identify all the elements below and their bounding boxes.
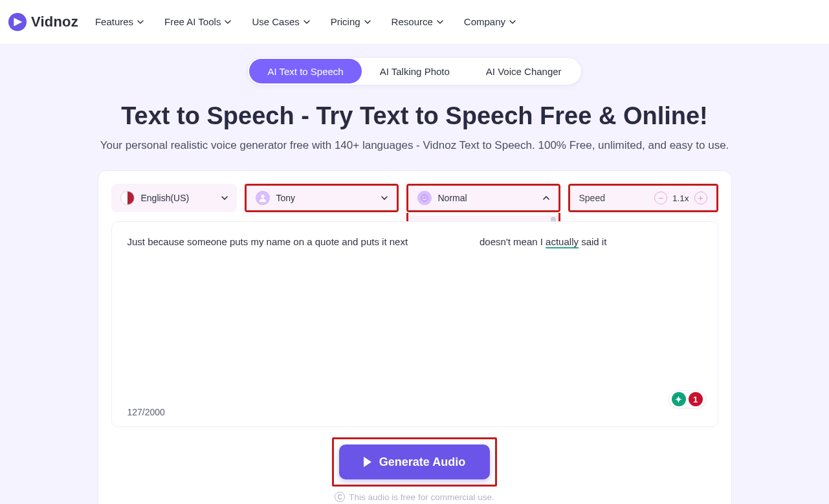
chevron-down-icon [509, 19, 516, 25]
commercial-note: C This audio is free for commercial use. [111, 492, 718, 502]
brand-mark-icon [8, 12, 27, 32]
brand-logo[interactable]: Vidnoz [8, 12, 78, 32]
text-part: said it [579, 236, 606, 247]
svg-point-1 [261, 195, 264, 198]
nav-company[interactable]: Company [464, 16, 516, 27]
chevron-down-icon [437, 19, 443, 25]
grammar-icon: ✦ [672, 392, 686, 406]
note-text: This audio is free for commercial use. [349, 492, 494, 502]
flag-us-icon [120, 191, 135, 205]
language-select[interactable]: English(US) [111, 184, 237, 212]
nav-free-ai-tools[interactable]: Free AI Tools [164, 16, 231, 27]
nav-features[interactable]: Features [95, 16, 144, 27]
voice-select-highlight: Tony [245, 184, 399, 212]
nav-label: Company [464, 16, 505, 27]
generate-wrap: Generate Audio [111, 437, 718, 487]
text-content: Just because someone puts my name on a q… [127, 235, 702, 250]
smiley-icon [417, 191, 432, 205]
chevron-down-icon [364, 19, 371, 25]
voice-select[interactable]: Tony [247, 186, 397, 210]
tab-label: AI Voice Changer [486, 66, 562, 77]
voice-value: Tony [276, 193, 296, 203]
person-icon [256, 191, 270, 205]
nav-label: Resource [392, 16, 433, 27]
tool-tabs: AI Text to Speech AI Talking Photo AI Vo… [247, 57, 581, 85]
chevron-down-icon [304, 19, 310, 25]
svg-point-2 [420, 194, 428, 202]
grammar-badge[interactable]: ✦ 1 [669, 390, 706, 408]
speed-value: 1.1x [672, 193, 689, 203]
play-icon [364, 457, 371, 467]
tab-label: AI Talking Photo [380, 66, 450, 77]
text-underlined: actually [546, 236, 579, 247]
controls-row: English(US) Tony [111, 184, 718, 212]
emotion-select[interactable]: Normal [408, 186, 558, 210]
emotion-value: Normal [438, 193, 467, 203]
generate-highlight: Generate Audio [332, 437, 497, 487]
tab-text-to-speech[interactable]: AI Text to Speech [249, 59, 361, 83]
tts-card: English(US) Tony [98, 170, 732, 504]
speed-control: Speed − 1.1x + [570, 186, 716, 210]
nav-label: Free AI Tools [164, 16, 221, 27]
chevron-up-icon [543, 195, 549, 201]
nav-label: Use Cases [252, 16, 299, 27]
page-subtitle: Your personal realistic voice generator … [0, 139, 829, 152]
text-input-area[interactable]: Just because someone puts my name on a q… [111, 221, 718, 427]
copyright-icon: C [335, 492, 345, 502]
generate-audio-button[interactable]: Generate Audio [339, 444, 490, 479]
text-part: doesn't mean I [480, 236, 546, 247]
speed-label: Speed [579, 193, 605, 203]
nav-pricing[interactable]: Pricing [331, 16, 371, 27]
tab-label: AI Text to Speech [267, 66, 343, 77]
chevron-down-icon [137, 19, 144, 25]
main-nav: Features Free AI Tools Use Cases Pricing… [95, 16, 516, 27]
speed-control-highlight: Speed − 1.1x + [568, 184, 718, 212]
top-navbar: Vidnoz Features Free AI Tools Use Cases … [0, 0, 829, 44]
text-part: Just because someone puts my name on a q… [127, 236, 408, 247]
tab-talking-photo[interactable]: AI Talking Photo [362, 59, 468, 83]
svg-point-3 [422, 196, 423, 197]
nav-label: Features [95, 16, 133, 27]
char-counter: 127/2000 [127, 407, 165, 417]
nav-label: Pricing [331, 16, 360, 27]
chevron-down-icon [381, 195, 388, 201]
nav-use-cases[interactable]: Use Cases [252, 16, 309, 27]
speed-increase-button[interactable]: + [694, 192, 707, 204]
generate-label: Generate Audio [379, 455, 465, 469]
nav-resource[interactable]: Resource [392, 16, 443, 27]
language-value: English(US) [141, 193, 190, 203]
hero: AI Text to Speech AI Talking Photo AI Vo… [0, 44, 829, 152]
tab-voice-changer[interactable]: AI Voice Changer [468, 59, 580, 83]
grammar-count: 1 [689, 392, 703, 406]
speed-decrease-button[interactable]: − [654, 192, 667, 204]
chevron-down-icon [225, 19, 231, 25]
brand-name: Vidnoz [31, 14, 78, 30]
svg-point-4 [425, 196, 426, 197]
page-title: Text to Speech - Try Text to Speech Free… [0, 102, 829, 130]
chevron-down-icon [221, 195, 228, 201]
emotion-select-highlight: Normal Normal ✓ Angry [406, 184, 560, 212]
